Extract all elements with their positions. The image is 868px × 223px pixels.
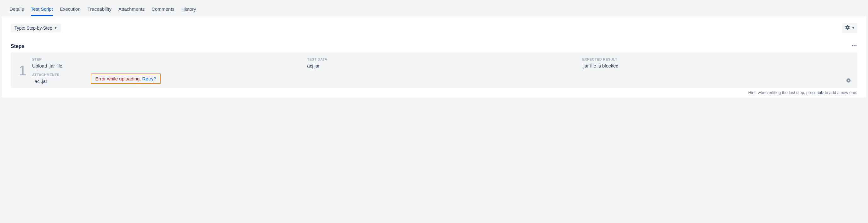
svg-point-2 xyxy=(856,45,856,46)
type-selector[interactable]: Type: Step-by-Step ▼ xyxy=(11,24,61,32)
tab-traceability[interactable]: Traceability xyxy=(88,2,112,16)
tab-comments[interactable]: Comments xyxy=(152,2,175,16)
step-column: STEP Upload .jar file xyxy=(32,57,301,68)
svg-point-1 xyxy=(854,45,855,46)
tab-bar: Details Test Script Execution Traceabili… xyxy=(2,2,866,17)
hint-text: Hint: when editing the last step, press … xyxy=(11,90,857,95)
more-actions-button[interactable] xyxy=(851,43,857,50)
expected-result-text[interactable]: .jar file is blocked xyxy=(582,63,851,68)
hint-suffix: to add a new one. xyxy=(824,90,857,95)
step-row: 1 STEP Upload .jar file TEST DATA acj.ja… xyxy=(11,52,857,88)
test-data-column: TEST DATA acj.jar xyxy=(307,57,576,68)
column-label-step: STEP xyxy=(32,57,301,61)
gear-icon xyxy=(845,25,850,31)
step-text[interactable]: Upload .jar file xyxy=(32,63,301,68)
tab-test-script[interactable]: Test Script xyxy=(31,2,53,16)
attachments-column: ATTACHMENTS acj.jar xyxy=(32,73,59,84)
tab-attachments[interactable]: Attachments xyxy=(118,2,145,16)
tab-history[interactable]: History xyxy=(181,2,196,16)
expected-result-column: EXPECTED RESULT .jar file is blocked xyxy=(582,57,851,68)
test-data-text[interactable]: acj.jar xyxy=(307,63,576,68)
dots-horizontal-icon xyxy=(851,45,857,50)
retry-link[interactable]: Retry? xyxy=(142,76,156,81)
column-label-attachments: ATTACHMENTS xyxy=(32,73,59,77)
upload-error: Error while uploading. Retry? xyxy=(91,74,160,84)
attachment-name[interactable]: acj.jar xyxy=(32,79,59,84)
type-selector-label: Type: Step-by-Step xyxy=(14,26,52,31)
column-label-test-data: TEST DATA xyxy=(307,57,576,61)
tab-execution[interactable]: Execution xyxy=(60,2,81,16)
svg-point-0 xyxy=(852,45,853,46)
chevron-down-icon: ▼ xyxy=(851,26,855,30)
hint-key: tab xyxy=(817,90,824,95)
close-circle-icon xyxy=(846,79,851,84)
settings-button[interactable]: ▼ xyxy=(842,23,857,33)
tab-details[interactable]: Details xyxy=(9,2,24,16)
error-message: Error while uploading. xyxy=(95,76,141,81)
step-number: 1 xyxy=(13,57,32,84)
column-label-expected: EXPECTED RESULT xyxy=(582,57,851,61)
steps-heading: Steps xyxy=(11,44,25,49)
remove-attachment-button[interactable] xyxy=(846,78,851,84)
hint-prefix: Hint: when editing the last step, press xyxy=(748,90,817,95)
chevron-down-icon: ▼ xyxy=(54,26,57,30)
